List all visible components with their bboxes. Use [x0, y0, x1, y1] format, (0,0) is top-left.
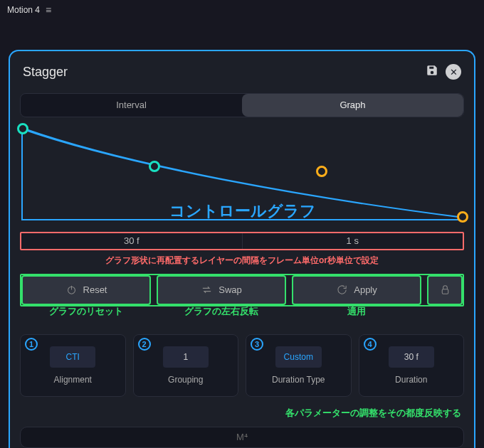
param-badge: 1 [25, 338, 38, 351]
param-duration-value[interactable]: 30 f [389, 346, 434, 368]
lock-button[interactable] [427, 275, 463, 305]
reset-button[interactable]: Reset グラフのリセット [21, 275, 151, 305]
panel-actions: ✕ [426, 64, 461, 80]
param-grouping-label: Grouping [168, 375, 203, 385]
param-alignment-value[interactable]: CTI [50, 346, 95, 368]
app-title: Motion 4 [7, 5, 40, 15]
param-row: 1 CTI Alignment 2 1 Grouping 3 Custom Du… [20, 334, 464, 397]
param-grouping: 2 1 Grouping [133, 334, 239, 397]
param-duration-type-label: Duration Type [272, 375, 325, 385]
titlebar: Motion 4 ≡ [0, 0, 484, 20]
interval-row: 30 f 1 s [20, 232, 464, 250]
param-grouping-value[interactable]: 1 [163, 346, 209, 368]
footer-button-label: M⁴ [236, 432, 248, 442]
interval-seconds-input[interactable]: 1 s [243, 233, 463, 249]
swap-button-label: Swap [219, 284, 242, 295]
apply-button-label: Apply [354, 284, 377, 295]
save-icon[interactable] [426, 64, 438, 80]
svg-rect-2 [442, 289, 448, 294]
footer-button[interactable]: M⁴ [20, 427, 464, 448]
refresh-icon [336, 284, 348, 296]
param-badge: 3 [251, 338, 263, 351]
graph-handle[interactable] [17, 123, 28, 134]
param-duration: 4 30 f Duration [359, 334, 465, 397]
panel-title: Stagger [23, 65, 68, 80]
tab-interval[interactable]: Interval [21, 94, 242, 117]
apply-annotation: 適用 [293, 305, 420, 318]
param-badge: 4 [364, 338, 377, 351]
graph-handle[interactable] [457, 211, 468, 223]
apply-button[interactable]: Apply 適用 [292, 275, 421, 305]
swap-button[interactable]: Swap グラフの左右反転 [157, 275, 286, 305]
tab-graph[interactable]: Graph [242, 94, 463, 117]
graph-handle[interactable] [316, 166, 327, 177]
action-row: Reset グラフのリセット Swap グラフの左右反転 Apply 適用 [20, 274, 464, 306]
graph-handle[interactable] [149, 161, 160, 172]
param-alignment-label: Alignment [54, 375, 92, 385]
graph-curve [23, 129, 463, 219]
lock-icon [439, 284, 451, 296]
swap-icon [201, 284, 213, 296]
mode-tabs: Interval Graph [20, 93, 464, 117]
power-icon [65, 284, 78, 296]
param-alignment: 1 CTI Alignment [20, 334, 126, 397]
reset-button-label: Reset [83, 284, 107, 295]
interval-frames-input[interactable]: 30 f [21, 233, 243, 249]
param-duration-type: 3 Custom Duration Type [246, 334, 352, 397]
hamburger-icon[interactable]: ≡ [46, 5, 51, 15]
reset-annotation: グラフのリセット [23, 305, 149, 318]
swap-annotation: グラフの左右反転 [158, 305, 285, 318]
panel-header: Stagger ✕ [20, 61, 464, 86]
stagger-panel: Stagger ✕ Interval Graph コントロールグラフ 30 f … [9, 50, 475, 448]
param-badge: 2 [138, 338, 151, 351]
interval-annotation: グラフ形状に再配置するレイヤーの間隔をフレーム単位or秒単位で設定 [20, 255, 464, 267]
params-annotation: 各パラメーターの調整をその都度反映する [20, 407, 464, 420]
control-graph[interactable]: コントロールグラフ [21, 129, 463, 220]
param-duration-type-value[interactable]: Custom [275, 346, 322, 368]
close-icon[interactable]: ✕ [446, 64, 461, 80]
param-duration-label: Duration [395, 375, 427, 385]
